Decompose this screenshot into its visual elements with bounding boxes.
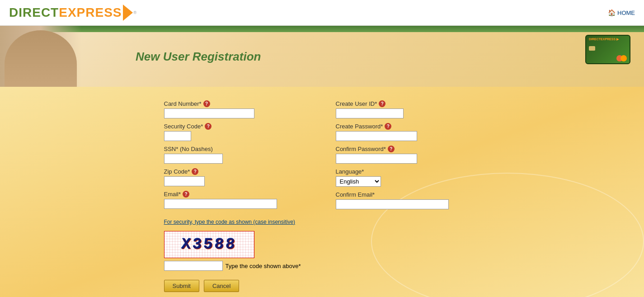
logo-arrow-icon [123, 5, 133, 21]
zip-code-input[interactable] [164, 176, 205, 186]
home-label: HOME [617, 9, 635, 16]
zip-code-label: Zip Code* ? [164, 168, 309, 175]
language-select[interactable]: English Spanish French [336, 176, 381, 187]
security-code-label: Security Code* ? [164, 123, 309, 130]
confirm-password-field-group: Confirm Password* ? [336, 146, 480, 164]
confirm-password-label: Confirm Password* ? [336, 146, 480, 152]
user-id-input[interactable] [336, 108, 404, 118]
card-number-label: Card Number* ? [164, 100, 309, 107]
home-link[interactable]: 🏠 HOME [608, 9, 635, 16]
card-logo-small: DIRECTEXPRESS ▶ [589, 38, 627, 41]
language-label: Language* [336, 168, 480, 175]
email-field-group: Email* ? [164, 191, 309, 209]
captcha-instruction-link[interactable]: For security, type the code as shown (ca… [164, 219, 296, 225]
email-help-icon[interactable]: ? [183, 191, 189, 198]
zip-code-help-icon[interactable]: ? [192, 168, 198, 175]
confirm-email-field-group: Confirm Email* [336, 191, 480, 209]
banner-green-bar [0, 26, 644, 32]
banner-person-image [0, 26, 81, 87]
confirm-email-label: Confirm Email* [336, 191, 480, 198]
header: DIRECT EXPRESS ® 🏠 HOME [0, 0, 644, 26]
captcha-section: For security, type the code as shown (ca… [164, 217, 480, 271]
right-column: Create User ID* ? Create Password* ? [336, 100, 480, 209]
banner: New User Registration DIRECTEXPRESS ▶ [0, 26, 644, 87]
banner-title: New User Registration [136, 49, 261, 63]
captcha-input[interactable] [164, 261, 223, 271]
form-container: Card Number* ? Security Code* ? [164, 100, 480, 292]
security-code-help-icon[interactable]: ? [205, 123, 212, 130]
user-id-label: Create User ID* ? [336, 100, 480, 107]
language-field-group: Language* English Spanish French [336, 168, 480, 187]
submit-button[interactable]: Submit [164, 280, 199, 292]
email-label: Email* ? [164, 191, 309, 198]
card-number-input[interactable] [164, 108, 254, 118]
card-image: DIRECTEXPRESS ▶ [585, 35, 630, 64]
card-chip-icon [589, 46, 595, 51]
logo: DIRECT EXPRESS ® [9, 5, 136, 21]
form-grid: Card Number* ? Security Code* ? [164, 100, 480, 209]
home-icon: 🏠 [608, 9, 616, 16]
logo-direct-text: DIRECT [9, 5, 59, 20]
user-id-field-group: Create User ID* ? [336, 100, 480, 118]
logo-area: DIRECT EXPRESS ® [9, 5, 136, 21]
logo-reg: ® [134, 10, 137, 15]
card-mastercard-logo [589, 55, 627, 61]
security-code-input[interactable] [164, 131, 191, 141]
create-password-label: Create Password* ? [336, 123, 480, 130]
captcha-image: X3588 [164, 231, 254, 258]
buttons-row: Submit Cancel [164, 280, 480, 292]
ssn-input[interactable] [164, 154, 223, 164]
card-number-help-icon[interactable]: ? [203, 100, 210, 107]
confirm-password-help-icon[interactable]: ? [388, 146, 395, 152]
captcha-code-text: X3588 [164, 231, 254, 258]
user-id-help-icon[interactable]: ? [379, 100, 385, 107]
logo-express-text: EXPRESS [59, 5, 122, 20]
create-password-help-icon[interactable]: ? [385, 123, 391, 130]
mc-circle-orange [620, 55, 627, 61]
create-password-field-group: Create Password* ? [336, 123, 480, 141]
type-code-label: Type the code shown above* [226, 263, 301, 269]
left-column: Card Number* ? Security Code* ? [164, 100, 309, 209]
ssn-label: SSN* (No Dashes) [164, 146, 309, 152]
cancel-button[interactable]: Cancel [204, 280, 239, 292]
confirm-password-input[interactable] [336, 154, 417, 164]
security-code-field-group: Security Code* ? [164, 123, 309, 141]
card-number-field-group: Card Number* ? [164, 100, 309, 118]
create-password-input[interactable] [336, 131, 417, 141]
ssn-field-group: SSN* (No Dashes) [164, 146, 309, 164]
confirm-email-input[interactable] [336, 199, 449, 209]
main-content: Card Number* ? Security Code* ? [0, 87, 644, 297]
zip-code-field-group: Zip Code* ? [164, 168, 309, 186]
person-silhouette [5, 30, 77, 87]
email-input[interactable] [164, 199, 277, 209]
